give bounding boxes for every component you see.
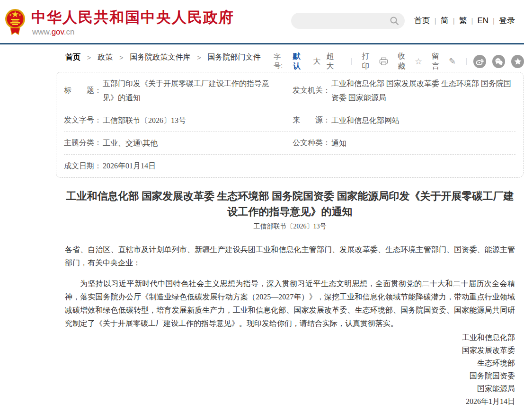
signature-line: 国务院国资委 [65,369,515,382]
search-bar [291,13,405,29]
meta-value-source: 工业和信息化部网站 [331,114,400,128]
document-meta-box: 标 题： 五部门印发《关于开展零碳工厂建设工作的指导意见》的通知 发文机关： 工… [56,72,524,178]
meta-label-title: 标 题： [64,86,102,96]
meta-value-title: 五部门印发《关于开展零碳工厂建设工作的指导意见》的通知 [103,77,283,105]
meta-label-source: 来 源： [293,115,330,125]
comment-label: 留言 [432,52,446,71]
breadcrumb: 首页 > 政策 > 国务院政策文件库 > 国务院部门文件 [65,52,261,62]
toolbar-separator: | [465,57,467,66]
breadcrumb-separator: > [119,54,123,61]
meta-label-doc-type: 公文种类： [293,138,330,148]
signature-line: 国家能源局 [65,382,515,395]
signature-line: 国家发展改革委 [65,344,515,357]
meta-value-date: 2026年01月14日 [103,159,156,173]
signature-block: 工业和信息化部 国家发展改革委 生态环境部 国务院国资委 国家能源局 2026年… [65,331,515,408]
font-size-large-button[interactable]: 大 [313,57,321,67]
signature-line: 生态环境部 [65,357,515,369]
national-emblem-logo [5,7,26,37]
star-icon: ☆ [415,57,422,66]
favorite-button[interactable]: 收藏 ☆ [398,52,422,71]
signature-date: 2026年1月14日 [65,395,515,408]
page-toolbar: 字号: 默认 大 超大 | 打印 收藏 ☆ 留言 ✎ | [274,52,524,71]
breadcrumb-separator: > [87,54,91,61]
article-salutation: 各省、自治区、直辖市及计划单列市、新疆生产建设兵团工业和信息化主管部门、发展改革… [65,243,515,270]
nav-simplified[interactable]: 简 [436,15,453,26]
meta-value-category: 工业、交通\其他 [103,136,158,150]
article-title: 工业和信息化部 国家发展改革委 生态环境部 国务院国资委 国家能源局印发《关于开… [65,188,515,219]
search-icon[interactable] [390,16,399,26]
breadcrumb-department-docs[interactable]: 国务院部门文件 [208,52,261,62]
site-header: 中华人民共和国中央人民政府 www.gov.cn 首页 | 简 | 繁 | EN… [0,0,524,44]
meta-row-date: 成文日期： 2026年01月14日 [64,155,515,177]
breadcrumb-home[interactable]: 首页 [65,52,80,62]
meta-label-date: 成文日期： [64,161,102,171]
meta-label-category: 主题分类： [64,138,102,148]
font-size-label: 字号: [274,52,289,70]
weibo-icon [475,57,485,66]
share-wechat-button[interactable] [492,55,505,68]
site-url: www.gov.cn [32,27,74,37]
search-input[interactable] [291,13,405,29]
font-size-default-button[interactable]: 默认 [293,52,308,71]
nav-login[interactable]: 登录 [495,15,519,26]
toolbar-separator: | [350,57,352,66]
meta-label-issuer: 发文机关： [293,86,330,96]
meta-row-number-source: 发文字号： 工信部联节〔2026〕13号 来 源： 工业和信息化部网站 [64,109,515,132]
meta-label-doc-number: 发文字号： [64,115,102,125]
comment-button[interactable]: 留言 ✎ [432,52,456,71]
url-cn: .cn [64,27,75,36]
font-size-xlarge-button[interactable]: 超大 [327,52,341,71]
print-label: 打印 [362,52,376,71]
breadcrumb-separator: > [197,54,201,61]
article-body-paragraph: 为坚持以习近平新时代中国特色社会主义思想为指导，深入贯彻习近平生态文明思想，全面… [65,277,515,330]
printer-icon [379,57,388,66]
meta-row-category-type: 主题分类： 工业、交通\其他 公文种类： 通知 [64,132,515,155]
breadcrumb-policy-library[interactable]: 国务院政策文件库 [130,52,190,62]
meta-row-title-issuer: 标 题： 五部门印发《关于开展零碳工厂建设工作的指导意见》的通知 发文机关： 工… [64,72,515,109]
print-button[interactable]: 打印 [362,52,388,71]
url-www: www. [32,27,52,36]
site-title: 中华人民共和国中央人民政府 [31,8,234,27]
meta-value-doc-type: 通知 [331,136,346,150]
favorite-label: 收藏 [398,52,412,71]
breadcrumb-policy[interactable]: 政策 [98,52,113,62]
wechat-icon [494,57,504,66]
meta-value-doc-number: 工信部联节〔2026〕13号 [103,114,186,128]
share-weibo-button[interactable] [473,55,486,68]
meta-value-issuer: 工业和信息化部 国家发展改革委 生态环境部 国务院国资委 国家能源局 [331,77,515,105]
nav-english[interactable]: EN [473,16,493,26]
top-nav: 首页 | 简 | 繁 | EN | 登录 [410,15,519,26]
qzone-star-icon [513,57,523,66]
pencil-icon: ✎ [449,57,456,66]
url-gov: gov [52,27,64,36]
article: 工业和信息化部 国家发展改革委 生态环境部 国务院国资委 国家能源局印发《关于开… [65,188,515,408]
article-doc-number: 工信部联节〔2026〕13号 [65,222,515,231]
signature-line: 工业和信息化部 [65,331,515,344]
breadcrumb-toolbar-row: 首页 > 政策 > 国务院政策文件库 > 国务院部门文件 字号: 默认 大 超大… [0,44,524,69]
share-qzone-button[interactable] [511,55,524,68]
nav-home[interactable]: 首页 [410,15,435,26]
nav-traditional[interactable]: 繁 [455,15,471,26]
